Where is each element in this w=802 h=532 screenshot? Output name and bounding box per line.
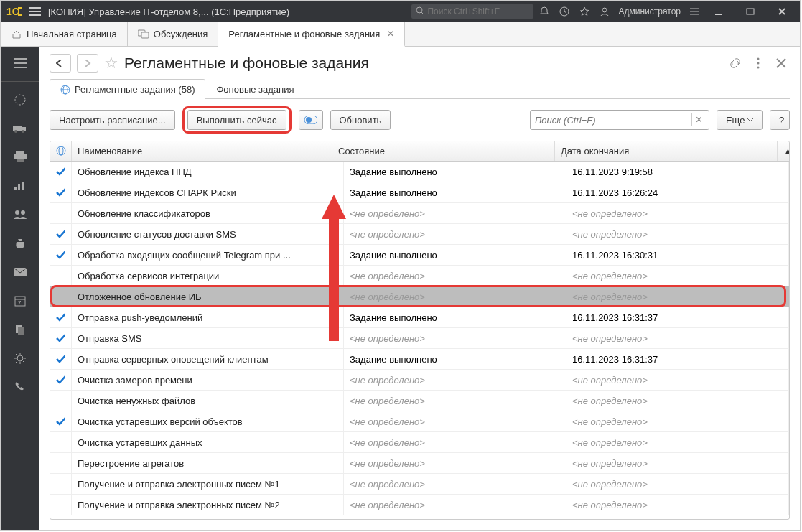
table-row[interactable]: Перестроение агрегатов<не определено><не… <box>50 453 789 474</box>
kebab-menu-icon[interactable] <box>750 55 767 72</box>
row-date: 16.11.2023 16:31:37 <box>566 307 789 327</box>
bell-icon[interactable] <box>538 5 551 18</box>
subtab-background[interactable]: Фоновые задания <box>205 79 304 99</box>
tab-discussions[interactable]: Обсуждения <box>128 22 219 46</box>
user-icon[interactable] <box>598 5 611 18</box>
table-row[interactable]: Получение и отправка электронных писем №… <box>50 495 789 515</box>
svg-rect-19 <box>22 182 24 190</box>
rail-chart-icon[interactable] <box>1 174 39 198</box>
row-enabled-check <box>50 203 72 223</box>
favorite-star-icon[interactable]: ☆ <box>104 54 118 73</box>
help-button[interactable]: ? <box>770 110 790 130</box>
row-state: <не определено> <box>344 495 566 515</box>
page-title: Регламентные и фоновые задания <box>124 55 369 72</box>
row-name: Очистка устаревших версий объектов <box>72 411 344 431</box>
table-row[interactable]: Очистка устаревших версий объектов<не оп… <box>50 411 789 432</box>
tab-start-page[interactable]: Начальная страница <box>1 22 128 46</box>
rail-printer-icon[interactable] <box>1 145 39 169</box>
rail-calendar-icon[interactable]: 7 <box>1 289 39 313</box>
rail-users-icon[interactable] <box>1 202 39 227</box>
toggle-enabled-button[interactable] <box>299 110 323 130</box>
table-row[interactable]: Очистка замеров времени<не определено><н… <box>50 370 789 391</box>
run-now-button[interactable]: Выполнить сейчас <box>187 110 286 130</box>
column-state[interactable]: Состояние <box>332 141 555 161</box>
toolbar: Настроить расписание... Выполнить сейчас… <box>50 99 790 141</box>
table-row[interactable]: Отправка серверных оповещений клиентамЗа… <box>50 349 789 370</box>
table-row[interactable]: Очистка ненужных файлов<не определено><н… <box>50 391 789 411</box>
run-now-highlight: Выполнить сейчас <box>182 106 292 134</box>
scroll-up-icon[interactable]: ▲ <box>778 141 789 161</box>
rail-copy-icon[interactable] <box>1 317 39 342</box>
table-row[interactable]: Отложенное обновление ИБ<не определено><… <box>50 286 789 307</box>
refresh-button[interactable]: Обновить <box>330 110 391 130</box>
table-row[interactable]: Обновление индекса ППДЗадание выполнено1… <box>50 162 789 182</box>
table-body[interactable]: Обновление индекса ППДЗадание выполнено1… <box>50 162 789 519</box>
global-search-input[interactable] <box>411 4 533 19</box>
table-row[interactable]: Обработка сервисов интеграции<не определ… <box>50 266 789 286</box>
table-row[interactable]: Получение и отправка электронных писем №… <box>50 474 789 495</box>
configure-schedule-button[interactable]: Настроить расписание... <box>50 110 175 130</box>
table-row[interactable]: Очистка устаревших данных<не определено>… <box>50 432 789 453</box>
username-label: Администратор <box>618 6 681 17</box>
rail-truck-icon[interactable] <box>1 116 39 141</box>
rail-phone-icon[interactable] <box>1 375 39 399</box>
table-row[interactable]: Отправка push-уведомленийЗадание выполне… <box>50 307 789 328</box>
tab-scheduled-jobs[interactable]: Регламентные и фоновые задания ✕ <box>218 22 405 47</box>
close-panel-icon[interactable] <box>773 55 790 72</box>
svg-point-21 <box>21 210 25 215</box>
history-icon[interactable] <box>558 5 571 18</box>
rail-dashboard-icon[interactable] <box>1 88 39 112</box>
table-row[interactable]: Обработка входящих сообщений Telegram пр… <box>50 245 789 266</box>
window-close-button[interactable] <box>768 1 796 22</box>
jobs-table: Наименование Состояние Дата окончания ▲ … <box>50 141 790 520</box>
table-row[interactable]: Обновление классификаторов<не определено… <box>50 203 789 224</box>
row-state: <не определено> <box>344 370 566 390</box>
list-search-input[interactable] <box>535 115 691 126</box>
window-maximize-button[interactable] <box>737 1 764 22</box>
nav-forward-button[interactable] <box>77 54 98 73</box>
list-search: × <box>530 110 709 130</box>
svg-rect-16 <box>17 159 24 162</box>
column-name[interactable]: Наименование <box>72 141 332 161</box>
chat-icon <box>138 29 149 40</box>
rail-gear-icon[interactable] <box>1 346 39 370</box>
row-state: <не определено> <box>344 266 566 286</box>
column-end-date[interactable]: Дата окончания <box>555 141 778 161</box>
row-name: Обработка входящих сообщений Telegram пр… <box>72 245 344 265</box>
row-name: Получение и отправка электронных писем №… <box>72 474 344 494</box>
row-enabled-check <box>50 307 72 327</box>
row-date: <не определено> <box>566 203 789 223</box>
tab-close-icon[interactable]: ✕ <box>387 29 394 39</box>
table-row[interactable]: Обновление статусов доставки SMS<не опре… <box>50 224 789 245</box>
rail-menu-icon[interactable] <box>1 51 39 75</box>
row-state: <не определено> <box>344 328 566 348</box>
row-name: Перестроение агрегатов <box>72 453 344 473</box>
svg-point-9 <box>15 95 25 105</box>
table-row[interactable]: Обновление индексов СПАРК РискиЗадание в… <box>50 182 789 203</box>
rail-mail-icon[interactable] <box>1 260 39 284</box>
link-icon[interactable] <box>727 55 744 72</box>
svg-point-29 <box>757 58 760 60</box>
main-menu-icon[interactable] <box>29 7 44 16</box>
svg-text:7: 7 <box>18 299 22 306</box>
svg-rect-14 <box>16 151 24 154</box>
row-name: Отправка серверных оповещений клиентам <box>72 349 344 369</box>
subtab-scheduled[interactable]: Регламентные задания (58) <box>50 79 205 99</box>
settings-bars-icon[interactable] <box>688 5 701 18</box>
more-button[interactable]: Еще <box>717 110 763 130</box>
svg-rect-15 <box>14 154 27 159</box>
search-clear-icon[interactable]: × <box>691 113 706 126</box>
nav-back-button[interactable] <box>50 54 71 73</box>
row-name: Очистка ненужных файлов <box>72 391 344 411</box>
row-enabled-check <box>50 266 72 286</box>
window-minimize-button[interactable] <box>705 1 732 22</box>
svg-point-4 <box>602 8 607 12</box>
row-state: Задание выполнено <box>344 245 566 265</box>
row-name: Отправка push-уведомлений <box>72 307 344 327</box>
star-icon[interactable] <box>578 5 591 18</box>
column-enabled-icon[interactable] <box>50 141 72 161</box>
row-date: 16.11.2023 16:26:24 <box>566 182 789 202</box>
svg-point-36 <box>306 117 312 123</box>
table-row[interactable]: Отправка SMS<не определено><не определен… <box>50 328 789 349</box>
rail-money-bag-icon[interactable] <box>1 231 39 256</box>
